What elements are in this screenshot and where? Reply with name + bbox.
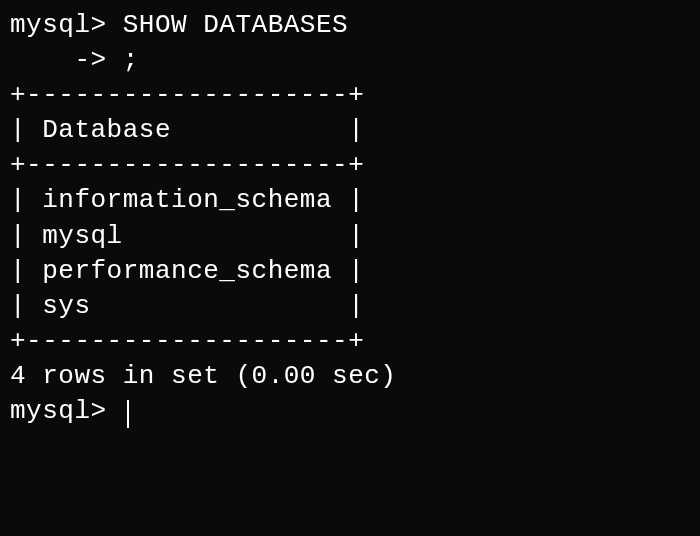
- current-prompt-line[interactable]: mysql>: [10, 394, 690, 429]
- mysql-prompt: mysql>: [10, 396, 123, 426]
- command-line-1: mysql> SHOW DATABASES: [10, 8, 690, 43]
- table-row: | information_schema |: [10, 183, 690, 218]
- table-row: | sys |: [10, 289, 690, 324]
- table-border-mid: +--------------------+: [10, 148, 690, 183]
- table-header-row: | Database |: [10, 113, 690, 148]
- mysql-prompt: mysql>: [10, 10, 123, 40]
- command-terminator: ;: [123, 45, 139, 75]
- table-border-top: +--------------------+: [10, 78, 690, 113]
- command-text: SHOW DATABASES: [123, 10, 348, 40]
- command-line-2: -> ;: [10, 43, 690, 78]
- table-row: | mysql |: [10, 219, 690, 254]
- continuation-prompt: ->: [10, 45, 123, 75]
- cursor-icon: [127, 400, 129, 428]
- result-summary: 4 rows in set (0.00 sec): [10, 359, 690, 394]
- table-border-bottom: +--------------------+: [10, 324, 690, 359]
- table-row: | performance_schema |: [10, 254, 690, 289]
